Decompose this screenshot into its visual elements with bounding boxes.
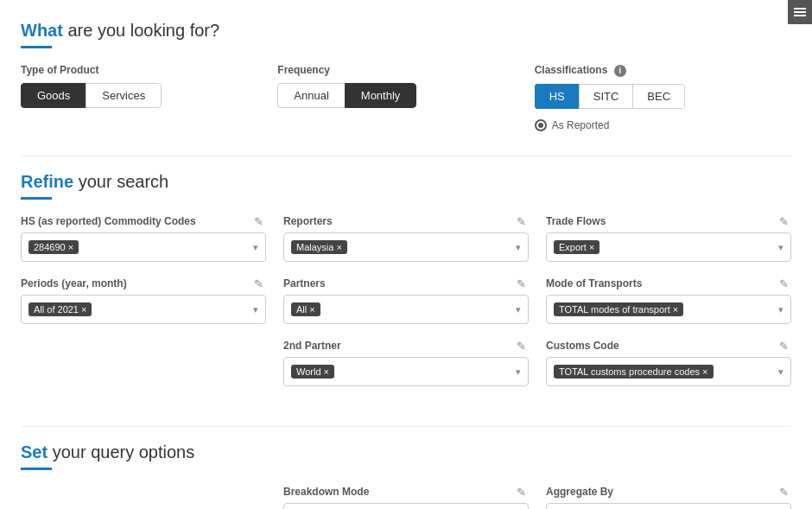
mode-of-transports-tag-0[interactable]: TOTAL modes of transport × xyxy=(554,302,683,316)
periods-chevron: ▾ xyxy=(253,304,258,315)
periods-input[interactable]: All of 2021 × ▾ xyxy=(21,295,266,324)
as-reported-radio-inner xyxy=(538,123,543,128)
aggregate-by-input[interactable]: None × ▾ xyxy=(546,503,791,509)
trade-flows-chevron: ▾ xyxy=(778,242,783,253)
customs-code-chevron: ▾ xyxy=(778,366,783,378)
hs-commodity-edit-icon[interactable]: ✎ xyxy=(254,215,266,227)
partners-input[interactable]: All × ▾ xyxy=(283,295,529,324)
breakdown-mode-input[interactable]: Plus × ▾ xyxy=(283,503,529,509)
hs-commodity-chevron: ▾ xyxy=(253,242,258,253)
goods-button[interactable]: Goods xyxy=(21,83,86,108)
customs-code-input[interactable]: TOTAL customs procedure codes × ▾ xyxy=(546,357,791,386)
periods-header: Periods (year, month) ✎ xyxy=(21,277,266,289)
second-partner-chevron: ▾ xyxy=(516,366,521,378)
aggregate-by-field: Aggregate By ✎ None × ▾ xyxy=(546,486,791,509)
as-reported-row: As Reported xyxy=(535,119,774,131)
reporters-chevron: ▾ xyxy=(516,242,521,253)
section-divider-2 xyxy=(21,426,791,427)
hs-commodity-input[interactable]: 284690 × ▾ xyxy=(21,232,266,262)
partners-tags: All × xyxy=(291,302,511,316)
partners-tag-0[interactable]: All × xyxy=(291,302,320,316)
mode-of-transports-edit-icon[interactable]: ✎ xyxy=(779,277,791,289)
type-of-product-group: Type of Product Goods Services xyxy=(21,64,277,131)
periods-edit-icon[interactable]: ✎ xyxy=(254,277,266,289)
trade-flows-header: Trade Flows ✎ xyxy=(546,215,791,227)
trade-flows-input[interactable]: Export × ▾ xyxy=(546,232,791,262)
annual-button[interactable]: Annual xyxy=(277,83,344,108)
customs-code-tag-0[interactable]: TOTAL customs procedure codes × xyxy=(554,365,714,379)
second-partner-edit-icon[interactable]: ✎ xyxy=(517,340,529,352)
hs-commodity-field: HS (as reported) Commodity Codes ✎ 28469… xyxy=(21,215,266,262)
options-empty-left xyxy=(21,486,266,509)
corner-toggle-button[interactable] xyxy=(788,0,812,24)
second-partner-field: 2nd Partner ✎ World × ▾ xyxy=(283,340,529,386)
aggregate-by-edit-icon[interactable]: ✎ xyxy=(779,486,791,498)
mode-of-transports-input[interactable]: TOTAL modes of transport × ▾ xyxy=(546,295,791,324)
periods-tag-0[interactable]: All of 2021 × xyxy=(29,302,92,316)
svg-rect-2 xyxy=(794,15,806,16)
periods-tags: All of 2021 × xyxy=(29,302,248,316)
frequency-group: Frequency Annual Monthly xyxy=(277,64,534,131)
options-fields-grid: Breakdown Mode ✎ Plus × ▾ Aggregate By ✎ xyxy=(21,486,791,509)
partners-edit-icon[interactable]: ✎ xyxy=(517,277,529,289)
mode-of-transports-tags: TOTAL modes of transport × xyxy=(554,302,773,316)
what-underline xyxy=(21,46,52,48)
customs-code-field: Customs Code ✎ TOTAL customs procedure c… xyxy=(546,340,791,386)
customs-code-edit-icon[interactable]: ✎ xyxy=(779,340,791,352)
classifications-info-icon[interactable]: i xyxy=(614,65,626,77)
customs-code-tags: TOTAL customs procedure codes × xyxy=(554,365,773,379)
frequency-toggle: Annual Monthly xyxy=(277,83,416,108)
reporters-input[interactable]: Malaysia × ▾ xyxy=(283,232,529,262)
mode-of-transports-label: Mode of Transports xyxy=(546,277,642,289)
frequency-label: Frequency xyxy=(277,64,517,76)
breakdown-mode-label: Breakdown Mode xyxy=(283,486,369,498)
monthly-button[interactable]: Monthly xyxy=(345,83,417,108)
reporters-edit-icon[interactable]: ✎ xyxy=(517,215,529,227)
classifications-toggle: HS SITC BEC xyxy=(535,84,685,109)
set-underline xyxy=(21,468,52,470)
classifications-label: Classifications i xyxy=(535,64,774,77)
type-of-product-label: Type of Product xyxy=(21,64,260,76)
second-partner-input[interactable]: World × ▾ xyxy=(283,357,529,386)
hs-commodity-label: HS (as reported) Commodity Codes xyxy=(21,215,196,227)
periods-field: Periods (year, month) ✎ All of 2021 × ▾ xyxy=(21,277,266,324)
set-section-title: Set your query options xyxy=(21,442,791,462)
hs-commodity-tags: 284690 × xyxy=(29,240,248,254)
periods-label: Periods (year, month) xyxy=(21,277,127,289)
breakdown-mode-edit-icon[interactable]: ✎ xyxy=(517,486,529,498)
reporters-tags: Malaysia × xyxy=(291,240,511,254)
top-filters: Type of Product Goods Services Frequency… xyxy=(21,64,791,131)
reporters-tag-0[interactable]: Malaysia × xyxy=(291,240,347,254)
second-partner-label: 2nd Partner xyxy=(283,340,341,352)
as-reported-label: As Reported xyxy=(552,119,610,131)
trade-flows-edit-icon[interactable]: ✎ xyxy=(779,215,791,227)
classifications-group: Classifications i HS SITC BEC As Reporte… xyxy=(535,64,791,131)
reporters-label: Reporters xyxy=(283,215,333,227)
trade-flows-tag-0[interactable]: Export × xyxy=(554,240,599,254)
aggregate-by-header: Aggregate By ✎ xyxy=(546,486,791,498)
services-button[interactable]: Services xyxy=(86,83,162,108)
hs-commodity-header: HS (as reported) Commodity Codes ✎ xyxy=(21,215,266,227)
customs-code-header: Customs Code ✎ xyxy=(546,340,791,352)
hs-button[interactable]: HS xyxy=(535,84,579,109)
hs-commodity-tag-0[interactable]: 284690 × xyxy=(29,240,79,254)
partners-field: Partners ✎ All × ▾ xyxy=(283,277,529,324)
bec-button[interactable]: BEC xyxy=(632,84,685,109)
refine-section: Refine your search HS (as reported) Comm… xyxy=(21,172,791,402)
section-divider xyxy=(21,156,791,156)
mode-of-transports-field: Mode of Transports ✎ TOTAL modes of tran… xyxy=(546,277,791,324)
trade-flows-tags: Export × xyxy=(554,240,773,254)
empty-left-spacer xyxy=(21,340,266,386)
second-partner-tag-0[interactable]: World × xyxy=(291,365,334,379)
aggregate-by-label: Aggregate By xyxy=(546,486,613,498)
what-section-title: What are you looking for? xyxy=(21,21,791,41)
svg-rect-0 xyxy=(794,8,806,10)
sitc-button[interactable]: SITC xyxy=(579,84,633,109)
reporters-field: Reporters ✎ Malaysia × ▾ xyxy=(283,215,529,262)
as-reported-radio[interactable] xyxy=(535,119,547,131)
refine-fields-grid: HS (as reported) Commodity Codes ✎ 28469… xyxy=(21,215,791,402)
type-of-product-toggle: Goods Services xyxy=(21,83,162,108)
svg-rect-1 xyxy=(794,11,806,13)
partners-chevron: ▾ xyxy=(516,304,521,315)
trade-flows-field: Trade Flows ✎ Export × ▾ xyxy=(546,215,791,262)
